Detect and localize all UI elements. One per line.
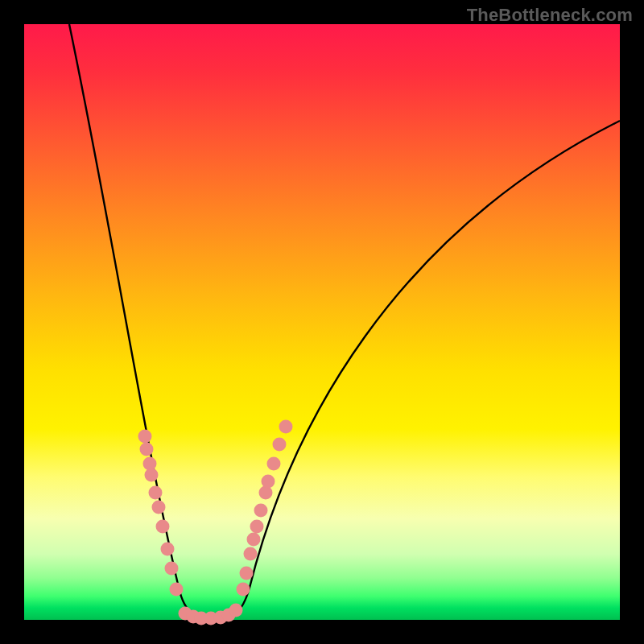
watermark-text: TheBottleneck.com [467,5,633,26]
data-dot [145,469,159,482]
dot-cluster-right [237,420,293,597]
data-dot [262,475,275,489]
data-dot [149,486,163,500]
dot-cluster-left [138,430,184,597]
data-dot [156,520,170,534]
data-dot [170,583,184,597]
data-dot [273,438,287,452]
chart-frame: TheBottleneck.com [0,0,644,644]
data-dot [229,604,243,617]
data-dot [259,486,273,500]
data-dot [138,430,152,444]
data-dot [165,562,179,576]
data-dot [254,504,268,518]
data-dot [152,501,166,514]
data-dot [237,583,250,597]
data-dot [161,543,175,556]
data-dot [140,443,154,456]
bottleneck-curve [69,24,620,618]
data-dot [240,567,254,580]
data-dot [250,520,264,534]
plot-area [24,24,620,620]
data-dot [247,533,261,547]
curve-layer [24,24,620,620]
data-dot [279,420,293,434]
dot-cluster-bottom [179,604,243,625]
data-dot [244,547,258,561]
data-dot [267,457,281,471]
